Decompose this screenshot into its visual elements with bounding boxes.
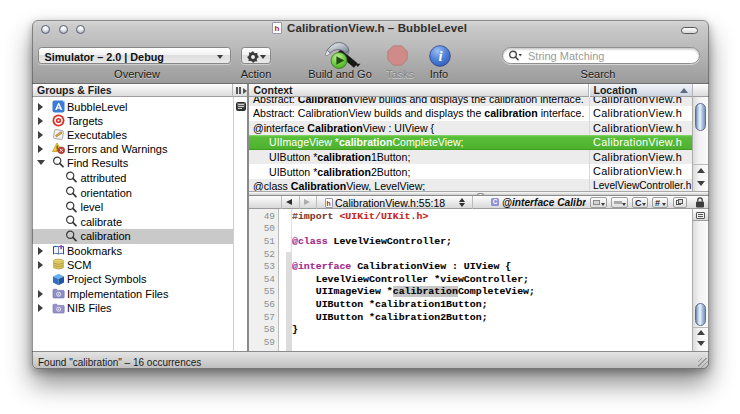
svg-text:i: i — [438, 48, 442, 64]
